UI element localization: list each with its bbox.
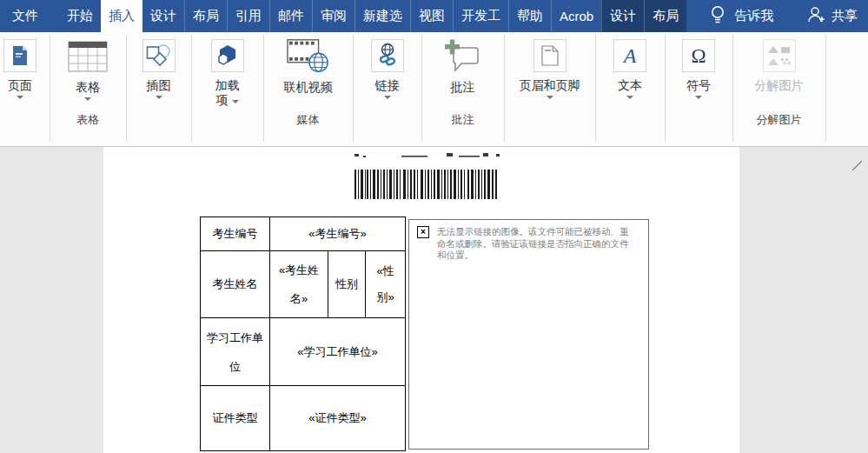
symbols-icon: Ω [682,39,715,72]
illustrations-icon [142,39,176,72]
group-separator [825,35,826,142]
header-footer-button[interactable]: 页眉和页脚 [505,32,594,131]
online-video-button[interactable]: 联机视频 媒体 [264,32,352,131]
broken-image-placeholder[interactable]: × 无法显示链接的图像。该文件可能已被移动、重命名或删除。请验证该链接是否指向正… [408,219,649,450]
chevron-down-icon [17,96,23,99]
text-icon: A [613,39,646,72]
group-label-media: 媒体 [297,112,320,128]
tab-acrobat[interactable]: Acrob [551,0,601,32]
links-label: 链接 [375,78,400,93]
cell-candidate-no-label[interactable]: 考生编号 [201,217,270,250]
addins-button[interactable]: 加载 项 [192,32,262,131]
decompose-picture-icon [763,39,796,72]
tab-design[interactable]: 设计 [142,0,184,32]
table-row: 学习工作单位 «学习工作单位» [201,318,405,386]
broken-image-message: 无法显示链接的图像。该文件可能已被移动、重命名或删除。请验证该链接是否指向正确的… [437,226,632,262]
ribbon: 页面 表格 表格 [0,32,868,147]
tab-references[interactable]: 引用 [227,0,269,32]
tab-table-layout[interactable]: 布局 [644,0,686,32]
cell-gender-value[interactable]: «性别» [366,251,405,317]
tab-insert[interactable]: 插入 [101,0,142,32]
comment-label: 批注 [451,80,475,95]
tab-review[interactable]: 审阅 [312,0,354,32]
addins-icon [211,39,244,72]
table-row: 考生编号 «考生编号» [201,217,405,251]
illustrations-label: 插图 [147,78,171,93]
decompose-picture-button: 分解图片 分解图片 [733,32,825,131]
table-row: 证件类型 «证件类型» [201,386,405,450]
tab-developer[interactable]: 开发工 [453,0,508,32]
pages-button[interactable]: 页面 [0,32,45,131]
cell-candidate-name-label[interactable]: 考生姓名 [201,251,270,317]
cell-candidate-no-value[interactable]: «考生编号» [270,217,405,250]
links-button[interactable]: 链接 [354,32,421,131]
addins-label: 加载 项 [215,78,240,108]
illustrations-button[interactable]: 插图 [127,32,190,131]
merge-fields-table: 考生编号 «考生编号» 考生姓名 «考生姓名» 性别 «性别» 学习工作单位 «… [200,217,406,451]
cell-gender-label[interactable]: 性别 [328,251,366,317]
chevron-down-icon [626,96,633,99]
header-footer-icon [533,39,567,72]
group-label-comment: 批注 [452,112,474,128]
tab-mailings[interactable]: 邮件 [269,0,312,32]
symbols-label: 符号 [686,78,711,93]
chevron-down-icon [156,96,162,99]
cell-work-unit-value[interactable]: «学习工作单位» [270,318,405,385]
barcode-image[interactable] [354,170,497,199]
tab-home[interactable]: 开始 [59,0,101,32]
cell-work-unit-label[interactable]: 学习工作单位 [201,318,270,385]
ribbon-tab-bar: 文件 开始 插入 设计 布局 引用 邮件 审阅 新建选 视图 开发工 帮助 Ac… [0,0,868,32]
cell-id-type-label[interactable]: 证件类型 [201,386,270,450]
text-label: 文本 [618,78,642,93]
pages-label: 页面 [8,78,32,93]
tab-layout[interactable]: 布局 [184,0,227,32]
pages-icon [3,39,36,72]
tab-new-select[interactable]: 新建选 [354,0,410,32]
comment-icon [441,39,485,74]
online-video-icon [287,39,330,74]
tab-table-design[interactable]: 设计 [601,0,644,32]
share-button[interactable]: 共享 [806,0,868,32]
share-person-icon [806,5,825,27]
online-video-label: 联机视频 [284,80,333,95]
text-button[interactable]: A 文本 [596,32,664,131]
group-label-table: 表格 [76,112,99,128]
document-page[interactable]: 考生编号 «考生编号» 考生姓名 «考生姓名» 性别 «性别» 学习工作单位 «… [103,147,739,453]
cell-candidate-name-value[interactable]: «考生姓名» [270,251,328,317]
tab-help[interactable]: 帮助 [508,0,551,32]
table-row: 考生姓名 «考生姓名» 性别 «性别» [201,251,405,318]
chevron-down-icon [547,96,553,99]
group-label-decompose: 分解图片 [757,112,802,128]
symbols-button[interactable]: Ω 符号 [666,32,732,131]
header-footer-label: 页眉和页脚 [520,78,580,93]
tell-me-label: 告诉我 [734,8,773,24]
chevron-down-icon [384,96,391,99]
links-icon [371,39,404,72]
table-button[interactable]: 表格 表格 [50,32,125,131]
chevron-down-icon [84,97,91,101]
decompose-picture-label: 分解图片 [755,78,804,93]
cell-id-type-value[interactable]: «证件类型» [270,386,405,450]
table-label: 表格 [76,80,100,95]
comment-button[interactable]: 批注 批注 [422,32,503,131]
broken-image-icon: × [417,226,429,238]
chevron-down-icon [232,100,239,103]
clipped-text-line [354,153,511,158]
tab-view[interactable]: 视图 [410,0,453,32]
chevron-down-icon [695,96,702,99]
share-label: 共享 [832,8,858,24]
tab-file[interactable]: 文件 [0,0,50,32]
table-icon [66,39,109,74]
collapse-ribbon-icon[interactable] [851,159,864,175]
tell-me[interactable]: 告诉我 [709,0,773,32]
lightbulb-icon [709,4,726,28]
